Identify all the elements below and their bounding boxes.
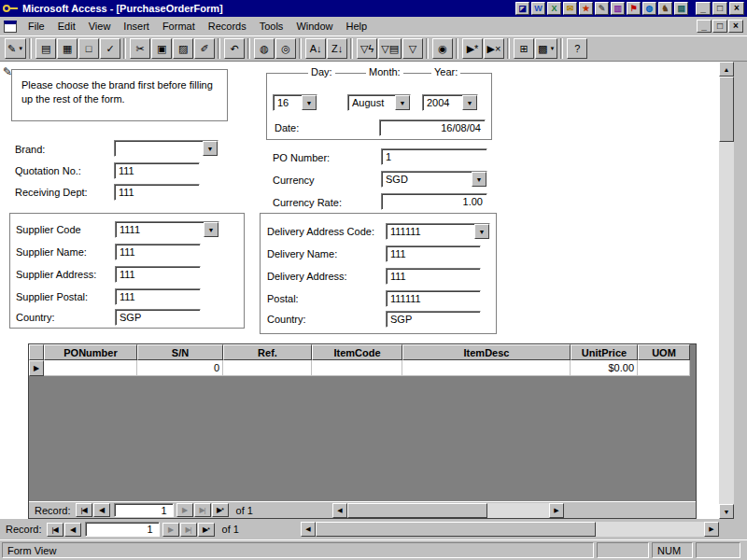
tray-icon[interactable]: ★ bbox=[579, 2, 593, 15]
tray-icon[interactable]: ▤ bbox=[674, 2, 688, 15]
tray-icon[interactable]: ✉ bbox=[563, 2, 577, 15]
tray-icon[interactable]: ◍ bbox=[642, 2, 656, 15]
cell-ponumber[interactable] bbox=[44, 360, 137, 376]
cell-uom[interactable] bbox=[638, 360, 690, 376]
menu-insert[interactable]: Insert bbox=[117, 18, 156, 35]
menu-window[interactable]: Window bbox=[289, 18, 339, 35]
format-painter-button[interactable]: ✐ bbox=[194, 38, 215, 59]
record-number-field[interactable]: 1 bbox=[85, 522, 160, 537]
tray-icon[interactable]: ⚑ bbox=[627, 2, 641, 15]
scrollbar-track[interactable] bbox=[596, 522, 704, 537]
menu-view[interactable]: View bbox=[82, 18, 118, 35]
menu-format[interactable]: Format bbox=[156, 18, 202, 35]
tray-icon[interactable]: X bbox=[547, 2, 561, 15]
paste-button[interactable]: ▨ bbox=[173, 38, 193, 59]
supplier-name-field[interactable]: 111 bbox=[115, 244, 201, 260]
sort-descending-button[interactable]: Z↓ bbox=[327, 38, 347, 59]
month-combo[interactable]: August ▼ bbox=[347, 94, 411, 111]
apply-filter-button[interactable]: ▽ bbox=[402, 38, 423, 59]
chevron-down-icon[interactable]: ▼ bbox=[462, 95, 477, 110]
next-record-button[interactable]: ▶ bbox=[162, 523, 179, 537]
web-toolbar-button[interactable]: ◎ bbox=[275, 38, 296, 59]
print-button[interactable]: ▦ bbox=[57, 38, 78, 59]
row-selector[interactable]: ▶ bbox=[29, 360, 44, 376]
save-button[interactable]: ▤ bbox=[35, 38, 56, 59]
scrollbar-thumb[interactable] bbox=[316, 522, 596, 537]
brand-combo[interactable]: ▼ bbox=[114, 140, 218, 157]
child-minimize-button[interactable]: _ bbox=[697, 20, 712, 33]
previous-record-button[interactable]: ◀ bbox=[64, 523, 81, 537]
new-record-button[interactable]: ▶* bbox=[462, 38, 483, 59]
quotation-field[interactable]: 111 bbox=[114, 162, 200, 179]
view-button[interactable]: ✎▼ bbox=[5, 38, 26, 59]
menu-help[interactable]: Help bbox=[340, 18, 374, 35]
delivery-code-combo[interactable]: 111111 ▼ bbox=[386, 223, 490, 240]
delivery-country-field[interactable]: SGP bbox=[386, 311, 481, 328]
column-header-uom[interactable]: UOM bbox=[638, 344, 690, 360]
scrollbar-track[interactable] bbox=[487, 503, 549, 518]
tray-icon[interactable]: ♞ bbox=[658, 2, 672, 15]
menu-file[interactable]: File bbox=[21, 18, 51, 35]
maximize-button[interactable]: □ bbox=[712, 2, 727, 15]
tray-icon[interactable]: W bbox=[531, 2, 545, 15]
year-combo[interactable]: 2004 ▼ bbox=[422, 94, 478, 111]
form-icon[interactable] bbox=[4, 21, 17, 33]
vertical-scrollbar[interactable]: ▲ ▼ bbox=[719, 62, 734, 519]
scroll-right-icon[interactable]: ▶ bbox=[704, 522, 719, 537]
form-horizontal-scrollbar[interactable]: ◀ ▶ bbox=[301, 522, 719, 537]
date-field[interactable]: 16/08/04 bbox=[379, 119, 486, 136]
column-header-itemdesc[interactable]: ItemDesc bbox=[402, 344, 571, 360]
new-record-button[interactable]: ▶* bbox=[198, 523, 215, 537]
new-record-button[interactable]: ▶* bbox=[212, 503, 229, 517]
scroll-up-icon[interactable]: ▲ bbox=[719, 62, 734, 77]
supplier-code-combo[interactable]: 1111 ▼ bbox=[115, 221, 219, 238]
delivery-postal-field[interactable]: 111111 bbox=[386, 290, 481, 307]
delivery-address-field[interactable]: 111 bbox=[386, 268, 481, 285]
supplier-postal-field[interactable]: 111 bbox=[115, 288, 201, 305]
supplier-country-field[interactable]: SGP bbox=[115, 309, 201, 326]
scroll-left-icon[interactable]: ◀ bbox=[301, 522, 316, 537]
previous-record-button[interactable]: ◀ bbox=[93, 503, 110, 517]
last-record-button[interactable]: ▶| bbox=[180, 523, 197, 537]
insert-hyperlink-button[interactable]: ◍ bbox=[254, 38, 275, 59]
sort-ascending-button[interactable]: A↓ bbox=[305, 38, 326, 59]
menu-tools[interactable]: Tools bbox=[253, 18, 290, 35]
spelling-button[interactable]: ✓ bbox=[100, 38, 120, 59]
menu-records[interactable]: Records bbox=[202, 18, 253, 35]
scrollbar-thumb[interactable] bbox=[719, 77, 734, 142]
print-preview-button[interactable]: □ bbox=[78, 38, 99, 59]
database-window-button[interactable]: ⊞ bbox=[514, 38, 534, 59]
column-header-ref[interactable]: Ref. bbox=[223, 344, 312, 360]
column-header-sn[interactable]: S/N bbox=[137, 344, 223, 360]
next-record-button[interactable]: ▶ bbox=[176, 503, 193, 517]
subform-horizontal-scrollbar[interactable]: ◀ ▶ bbox=[332, 503, 564, 518]
po-number-field[interactable]: 1 bbox=[381, 148, 487, 165]
chevron-down-icon[interactable]: ▼ bbox=[203, 141, 218, 156]
scrollbar-track[interactable] bbox=[719, 142, 734, 504]
copy-button[interactable]: ▣ bbox=[151, 38, 172, 59]
filter-by-form-button[interactable]: ▽▤ bbox=[378, 38, 402, 59]
cell-sn[interactable]: 0 bbox=[137, 360, 223, 376]
column-header-unitprice[interactable]: UnitPrice bbox=[571, 344, 638, 360]
undo-button[interactable]: ↶ bbox=[224, 38, 245, 59]
child-restore-button[interactable]: □ bbox=[712, 20, 727, 33]
supplier-address-field[interactable]: 111 bbox=[115, 266, 201, 283]
scroll-right-icon[interactable]: ▶ bbox=[549, 503, 564, 518]
select-all-corner[interactable] bbox=[29, 344, 44, 360]
minimize-button[interactable]: _ bbox=[696, 2, 711, 15]
scroll-down-icon[interactable]: ▼ bbox=[719, 504, 734, 519]
find-button[interactable]: ◉ bbox=[432, 38, 453, 59]
delivery-name-field[interactable]: 111 bbox=[386, 245, 481, 262]
chevron-down-icon[interactable]: ▼ bbox=[395, 95, 410, 110]
help-button[interactable]: ? bbox=[567, 38, 587, 59]
first-record-button[interactable]: |◀ bbox=[76, 503, 92, 517]
day-combo[interactable]: 16 ▼ bbox=[273, 94, 317, 111]
tray-icon[interactable]: ◪ bbox=[515, 2, 529, 15]
chevron-down-icon[interactable]: ▼ bbox=[474, 224, 489, 239]
cell-itemcode[interactable] bbox=[312, 360, 402, 376]
cell-unitprice[interactable]: $0.00 bbox=[571, 360, 638, 376]
scrollbar-thumb[interactable] bbox=[347, 503, 487, 518]
close-button[interactable]: × bbox=[729, 2, 744, 15]
new-object-button[interactable]: ▩▼ bbox=[535, 38, 557, 59]
column-header-itemcode[interactable]: ItemCode bbox=[312, 344, 402, 360]
